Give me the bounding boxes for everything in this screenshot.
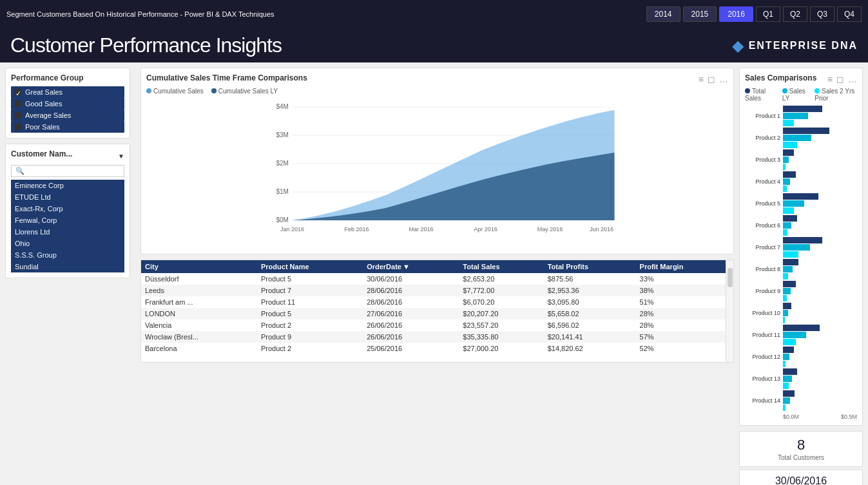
q1-button[interactable]: Q1	[756, 6, 780, 22]
q3-button[interactable]: Q3	[810, 6, 834, 22]
year-2015-button[interactable]: 2015	[683, 6, 717, 22]
bar-total	[783, 259, 798, 265]
main-content: Customer Performance Insights ◆ ENTERPRI…	[0, 28, 868, 485]
hbar-row: Product 10	[745, 303, 857, 323]
sc-icon-menu[interactable]: ≡	[827, 74, 833, 84]
table-cell: Product 5	[257, 273, 363, 285]
cumulative-chart-header: Cumulative Sales Time Frame Comparisons …	[146, 73, 728, 85]
hbar-row: Product 1	[745, 106, 857, 126]
chart-panel-icons: ≡ ◻ …	[699, 74, 728, 84]
sort-icon[interactable]: ▼	[403, 263, 410, 271]
customer-search-input[interactable]	[27, 167, 120, 175]
customer-sss-group[interactable]: S.S.S. Group	[11, 249, 124, 261]
hbar-label: Product 12	[745, 354, 780, 360]
hbar-track	[783, 325, 857, 345]
filter-great-sales[interactable]: ✓ Great Sales	[11, 86, 124, 98]
hbar-label: Product 9	[745, 288, 780, 294]
bar-total	[783, 325, 820, 331]
hbar-label: Product 5	[745, 200, 780, 207]
checkbox-great-sales: ✓	[15, 89, 21, 95]
panel-icon-menu[interactable]: ≡	[699, 74, 704, 84]
year-2016-button[interactable]: 2016	[719, 6, 753, 22]
bar-ly	[783, 222, 791, 229]
table-cell: $6,070.20	[459, 296, 543, 308]
hbar-label: Product 8	[745, 266, 780, 272]
year-2014-button[interactable]: 2014	[646, 6, 680, 22]
filter-poor-sales[interactable]: Poor Sales	[11, 121, 124, 133]
filter-average-sales[interactable]: Average Sales	[11, 109, 124, 121]
bar-total	[783, 237, 822, 243]
bar-prior	[783, 273, 788, 280]
scrollbar[interactable]	[726, 260, 733, 362]
table-cell: LONDON	[141, 308, 257, 319]
customer-llorens[interactable]: Llorens Ltd	[11, 226, 124, 238]
col-orderdate: OrderDate ▼	[363, 260, 459, 273]
hbar-row: Product 6	[745, 215, 857, 236]
bar-ly	[783, 376, 792, 382]
bar-prior	[783, 142, 797, 148]
table-cell: 26/06/2016	[363, 331, 459, 343]
panel-icon-expand[interactable]: ◻	[708, 74, 715, 84]
kpi-last-sales-date: 30/06/2016 Last Sales Date	[739, 470, 863, 485]
table-cell: $875.56	[544, 273, 636, 285]
table-cell: 25/06/2016	[363, 343, 459, 354]
sc-icon-expand[interactable]: ◻	[836, 74, 844, 84]
customer-eminence-corp[interactable]: Eminence Corp	[11, 180, 124, 191]
bar-total	[783, 281, 796, 287]
bar-prior	[783, 295, 787, 301]
hbar-track	[783, 171, 857, 192]
table-cell: 28/06/2016	[363, 296, 459, 308]
q2-button[interactable]: Q2	[783, 6, 807, 22]
table-row: DüsseldorfProduct 530/06/2016$2,653.20$8…	[141, 273, 733, 285]
poor-sales-label: Poor Sales	[25, 123, 60, 131]
customer-exact-rx[interactable]: Exact-Rx, Corp	[11, 203, 124, 214]
table-cell: Product 11	[257, 296, 363, 308]
bar-total	[783, 193, 818, 200]
panel-icon-more[interactable]: …	[719, 74, 728, 84]
table-cell: $2,653.20	[459, 273, 543, 285]
col-product: Product Name	[257, 260, 363, 273]
col-total-profits: Total Profits	[544, 260, 636, 273]
hbar-row: Product 13	[745, 368, 857, 389]
customer-ohio[interactable]: Ohio	[11, 238, 124, 249]
svg-text:Apr 2016: Apr 2016	[474, 226, 497, 233]
table-cell: 57%	[636, 331, 733, 343]
hbar-label: Product 3	[745, 157, 780, 163]
hbar-label: Product 2	[745, 135, 780, 141]
bar-prior	[783, 185, 787, 192]
bar-ly	[783, 244, 810, 251]
sales-comparison-header: Sales Comparisons ≡ ◻ …	[745, 73, 857, 85]
hbar-label: Product 7	[745, 244, 780, 251]
bar-ly	[783, 135, 811, 141]
hbar-label: Product 4	[745, 178, 780, 185]
hbar-row: Product 11	[745, 325, 857, 345]
sc-icon-more[interactable]: …	[848, 74, 857, 84]
customer-dropdown-icon[interactable]: ▼	[118, 153, 124, 160]
table-cell: Product 9	[257, 331, 363, 343]
hbar-row: Product 8	[745, 259, 857, 280]
kpi-total-customers-label: Total Customers	[747, 454, 854, 461]
cumulative-chart-legend: Cumulative Sales Cumulative Sales LY	[146, 88, 728, 95]
bar-total	[783, 390, 795, 397]
hbar-track	[783, 149, 857, 170]
bar-prior	[783, 164, 786, 170]
q4-button[interactable]: Q4	[837, 6, 862, 22]
hbar-track	[783, 347, 857, 367]
filter-buttons: 2014 2015 2016 Q1 Q2 Q3 Q4	[646, 6, 862, 22]
col-profit-margin: Profit Margin	[636, 260, 733, 273]
header-area: Customer Performance Insights ◆ ENTERPRI…	[0, 28, 868, 62]
average-sales-label: Average Sales	[25, 111, 71, 119]
customer-etude-ltd[interactable]: ETUDE Ltd	[11, 191, 124, 203]
hbar-track	[783, 281, 857, 301]
filter-good-sales[interactable]: Good Sales	[11, 98, 124, 109]
table-row: BarcelonaProduct 225/06/2016$27,000.20$1…	[141, 343, 733, 354]
customer-search-box[interactable]: 🔍	[11, 165, 124, 177]
bar-total	[783, 347, 794, 353]
scrollbar-thumb[interactable]	[728, 268, 733, 287]
hbar-row: Product 5	[745, 193, 857, 214]
customer-fenwal[interactable]: Fenwal, Corp	[11, 214, 124, 226]
bar-ly	[783, 288, 791, 294]
hbar-label: Product 10	[745, 310, 780, 316]
bar-total	[783, 106, 822, 112]
customer-sundial[interactable]: Sundial	[11, 261, 124, 272]
